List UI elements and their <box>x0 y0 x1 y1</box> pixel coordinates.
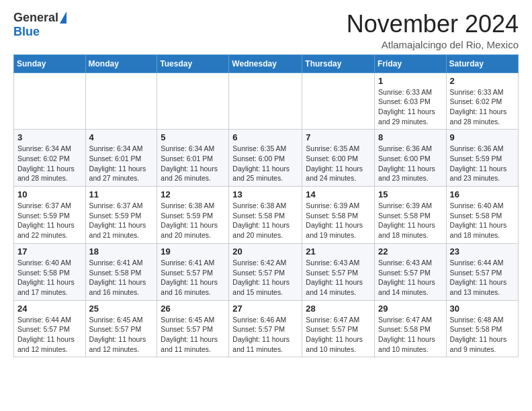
calendar-cell <box>302 73 375 130</box>
day-detail: Sunrise: 6:39 AMSunset: 5:58 PMDaylight:… <box>306 201 371 240</box>
day-detail: Sunrise: 6:44 AMSunset: 5:57 PMDaylight:… <box>17 315 82 355</box>
weekday-header-sunday: Sunday <box>14 54 86 73</box>
day-detail: Sunrise: 6:34 AMSunset: 6:02 PMDaylight:… <box>17 144 82 183</box>
logo-blue-text: Blue <box>13 25 40 39</box>
calendar-cell: 15Sunrise: 6:39 AMSunset: 5:58 PMDayligh… <box>375 187 447 244</box>
calendar-cell: 6Sunrise: 6:35 AMSunset: 6:00 PMDaylight… <box>229 130 302 187</box>
calendar-cell: 23Sunrise: 6:44 AMSunset: 5:57 PMDayligh… <box>446 243 518 300</box>
day-detail: Sunrise: 6:41 AMSunset: 5:58 PMDaylight:… <box>89 258 154 298</box>
day-number: 2 <box>450 76 515 86</box>
day-detail: Sunrise: 6:34 AMSunset: 6:01 PMDaylight:… <box>161 144 225 183</box>
day-number: 6 <box>232 132 298 142</box>
day-number: 11 <box>89 189 154 199</box>
day-number: 23 <box>450 246 515 257</box>
calendar-week-row: 10Sunrise: 6:37 AMSunset: 5:59 PMDayligh… <box>14 187 519 244</box>
day-detail: Sunrise: 6:37 AMSunset: 5:59 PMDaylight:… <box>17 201 82 240</box>
calendar-cell: 29Sunrise: 6:47 AMSunset: 5:58 PMDayligh… <box>375 300 447 357</box>
day-detail: Sunrise: 6:40 AMSunset: 5:58 PMDaylight:… <box>450 201 515 240</box>
day-detail: Sunrise: 6:42 AMSunset: 5:57 PMDaylight:… <box>232 258 298 298</box>
calendar-cell: 17Sunrise: 6:40 AMSunset: 5:58 PMDayligh… <box>14 243 86 300</box>
weekday-header-monday: Monday <box>85 54 157 73</box>
day-number: 10 <box>17 189 82 199</box>
calendar-cell: 1Sunrise: 6:33 AMSunset: 6:03 PMDaylight… <box>375 73 447 130</box>
day-number: 19 <box>161 246 225 257</box>
calendar-cell: 9Sunrise: 6:36 AMSunset: 5:59 PMDaylight… <box>446 130 518 187</box>
weekday-header-thursday: Thursday <box>302 54 375 73</box>
day-number: 5 <box>161 132 225 142</box>
calendar-week-row: 24Sunrise: 6:44 AMSunset: 5:57 PMDayligh… <box>14 300 519 357</box>
calendar-cell: 10Sunrise: 6:37 AMSunset: 5:59 PMDayligh… <box>14 187 86 244</box>
day-detail: Sunrise: 6:47 AMSunset: 5:58 PMDaylight:… <box>378 315 443 355</box>
day-detail: Sunrise: 6:36 AMSunset: 5:59 PMDaylight:… <box>450 144 515 183</box>
calendar-cell: 7Sunrise: 6:35 AMSunset: 6:00 PMDaylight… <box>302 130 375 187</box>
day-number: 27 <box>232 304 298 314</box>
day-number: 18 <box>89 246 154 257</box>
day-detail: Sunrise: 6:33 AMSunset: 6:02 PMDaylight:… <box>450 87 515 127</box>
day-detail: Sunrise: 6:38 AMSunset: 5:59 PMDaylight:… <box>161 201 225 240</box>
calendar-cell: 25Sunrise: 6:45 AMSunset: 5:57 PMDayligh… <box>85 300 157 357</box>
day-number: 15 <box>378 189 443 199</box>
calendar-cell <box>229 73 302 130</box>
day-detail: Sunrise: 6:38 AMSunset: 5:58 PMDaylight:… <box>232 201 298 240</box>
day-number: 26 <box>161 304 225 314</box>
day-number: 12 <box>161 189 225 199</box>
calendar-cell: 19Sunrise: 6:41 AMSunset: 5:57 PMDayligh… <box>157 243 229 300</box>
day-detail: Sunrise: 6:36 AMSunset: 6:00 PMDaylight:… <box>378 144 443 183</box>
logo-triangle-icon <box>60 11 66 24</box>
calendar-week-row: 17Sunrise: 6:40 AMSunset: 5:58 PMDayligh… <box>14 243 519 300</box>
page-header: General Blue November 2024 Atlamajalcing… <box>13 11 519 50</box>
day-detail: Sunrise: 6:45 AMSunset: 5:57 PMDaylight:… <box>89 315 154 355</box>
calendar-cell <box>157 73 229 130</box>
day-number: 1 <box>378 76 443 86</box>
day-number: 21 <box>306 246 371 257</box>
logo-general-text: General <box>13 11 58 25</box>
calendar-cell: 8Sunrise: 6:36 AMSunset: 6:00 PMDaylight… <box>375 130 447 187</box>
calendar-cell: 28Sunrise: 6:47 AMSunset: 5:57 PMDayligh… <box>302 300 375 357</box>
calendar-cell: 27Sunrise: 6:46 AMSunset: 5:57 PMDayligh… <box>229 300 302 357</box>
day-detail: Sunrise: 6:44 AMSunset: 5:57 PMDaylight:… <box>450 258 515 298</box>
calendar-cell: 4Sunrise: 6:34 AMSunset: 6:01 PMDaylight… <box>85 130 157 187</box>
weekday-header-saturday: Saturday <box>446 54 518 73</box>
logo: General Blue <box>13 11 66 39</box>
day-detail: Sunrise: 6:43 AMSunset: 5:57 PMDaylight:… <box>306 258 371 298</box>
calendar-cell: 5Sunrise: 6:34 AMSunset: 6:01 PMDaylight… <box>157 130 229 187</box>
month-title: November 2024 <box>347 11 519 38</box>
day-detail: Sunrise: 6:37 AMSunset: 5:59 PMDaylight:… <box>89 201 154 240</box>
calendar-cell: 11Sunrise: 6:37 AMSunset: 5:59 PMDayligh… <box>85 187 157 244</box>
calendar-cell: 24Sunrise: 6:44 AMSunset: 5:57 PMDayligh… <box>14 300 86 357</box>
day-detail: Sunrise: 6:48 AMSunset: 5:58 PMDaylight:… <box>450 315 515 355</box>
calendar-cell: 20Sunrise: 6:42 AMSunset: 5:57 PMDayligh… <box>229 243 302 300</box>
day-detail: Sunrise: 6:34 AMSunset: 6:01 PMDaylight:… <box>89 144 154 183</box>
day-number: 20 <box>232 246 298 257</box>
weekday-header-row: SundayMondayTuesdayWednesdayThursdayFrid… <box>14 54 519 73</box>
calendar-cell: 12Sunrise: 6:38 AMSunset: 5:59 PMDayligh… <box>157 187 229 244</box>
location-title: Atlamajalcingo del Rio, Mexico <box>347 39 519 50</box>
calendar-cell: 13Sunrise: 6:38 AMSunset: 5:58 PMDayligh… <box>229 187 302 244</box>
day-detail: Sunrise: 6:35 AMSunset: 6:00 PMDaylight:… <box>232 144 298 183</box>
calendar-cell <box>85 73 157 130</box>
calendar-cell: 30Sunrise: 6:48 AMSunset: 5:58 PMDayligh… <box>446 300 518 357</box>
day-number: 9 <box>450 132 515 142</box>
day-number: 13 <box>232 189 298 199</box>
day-number: 8 <box>378 132 443 142</box>
calendar-cell: 22Sunrise: 6:43 AMSunset: 5:57 PMDayligh… <box>375 243 447 300</box>
day-detail: Sunrise: 6:33 AMSunset: 6:03 PMDaylight:… <box>378 87 443 127</box>
calendar-table: SundayMondayTuesdayWednesdayThursdayFrid… <box>13 54 519 358</box>
calendar-cell: 26Sunrise: 6:45 AMSunset: 5:57 PMDayligh… <box>157 300 229 357</box>
weekday-header-tuesday: Tuesday <box>157 54 229 73</box>
day-number: 25 <box>89 304 154 314</box>
calendar-cell: 16Sunrise: 6:40 AMSunset: 5:58 PMDayligh… <box>446 187 518 244</box>
calendar-body: 1Sunrise: 6:33 AMSunset: 6:03 PMDaylight… <box>14 73 519 357</box>
day-number: 29 <box>378 304 443 314</box>
weekday-header-wednesday: Wednesday <box>229 54 302 73</box>
day-number: 28 <box>306 304 371 314</box>
calendar-header: SundayMondayTuesdayWednesdayThursdayFrid… <box>14 54 519 73</box>
calendar-cell: 18Sunrise: 6:41 AMSunset: 5:58 PMDayligh… <box>85 243 157 300</box>
day-detail: Sunrise: 6:43 AMSunset: 5:57 PMDaylight:… <box>378 258 443 298</box>
title-block: November 2024 Atlamajalcingo del Rio, Me… <box>347 11 519 50</box>
day-number: 14 <box>306 189 371 199</box>
day-number: 4 <box>89 132 154 142</box>
calendar-cell: 3Sunrise: 6:34 AMSunset: 6:02 PMDaylight… <box>14 130 86 187</box>
calendar-cell: 2Sunrise: 6:33 AMSunset: 6:02 PMDaylight… <box>446 73 518 130</box>
day-number: 30 <box>450 304 515 314</box>
